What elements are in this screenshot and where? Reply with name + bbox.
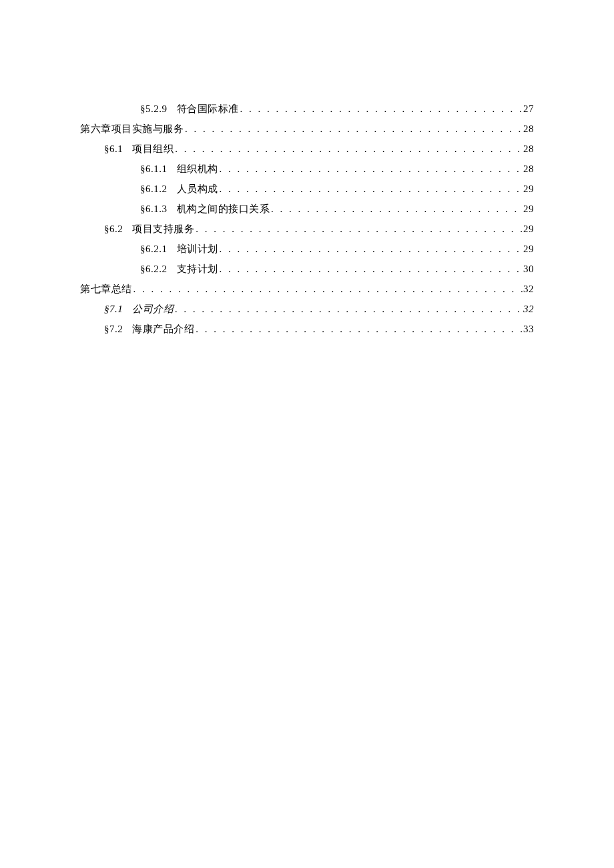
toc-prefix: §7.1 bbox=[104, 299, 123, 319]
toc-prefix: §6.2 bbox=[104, 219, 123, 239]
toc-entry: §6.1项目组织 28 bbox=[80, 139, 534, 159]
toc-page-number: 29 bbox=[523, 199, 534, 219]
toc-label: §5.2.9符合国际标准 bbox=[140, 99, 239, 119]
toc-leader-dots bbox=[194, 319, 523, 339]
toc-title: 人员构成 bbox=[177, 183, 218, 194]
toc-title: 项目支持服务 bbox=[132, 224, 194, 234]
toc-leader-dots bbox=[218, 159, 524, 179]
toc-page: §5.2.9符合国际标准 27 第六章项目实施与服务 28 §6.1项目组织 2… bbox=[0, 0, 614, 339]
toc-entry: §6.2项目支持服务 29 bbox=[80, 219, 534, 239]
toc-leader-dots bbox=[132, 279, 524, 299]
toc-title: 第七章总结 bbox=[80, 284, 132, 294]
toc-page-number: 32 bbox=[523, 279, 534, 299]
toc-prefix: §6.1.3 bbox=[140, 199, 168, 219]
toc-page-number: 29 bbox=[523, 239, 534, 259]
toc-entry: 第六章项目实施与服务 28 bbox=[80, 119, 534, 139]
toc-title: 第六章项目实施与服务 bbox=[80, 123, 184, 134]
toc-leader-dots bbox=[174, 139, 523, 159]
toc-entry: §5.2.9符合国际标准 27 bbox=[80, 99, 534, 119]
toc-entry: §6.1.3机构之间的接口关系 29 bbox=[80, 199, 534, 219]
toc-leader-dots bbox=[194, 219, 523, 239]
toc-label: 第七章总结 bbox=[80, 279, 132, 299]
toc-leader-dots bbox=[174, 299, 523, 319]
toc-page-number: 28 bbox=[523, 159, 534, 179]
toc-label: §6.2.2支持计划 bbox=[140, 259, 218, 279]
toc-title: 组织机构 bbox=[177, 163, 218, 174]
toc-title: 符合国际标准 bbox=[177, 103, 239, 114]
toc-title: 支持计划 bbox=[177, 264, 218, 274]
toc-label: §7.1公司介绍 bbox=[104, 299, 174, 319]
toc-page-number: 28 bbox=[523, 139, 534, 159]
toc-entry: §6.2.2支持计划 30 bbox=[80, 259, 534, 279]
toc-page-number: 29 bbox=[523, 219, 534, 239]
toc-leader-dots bbox=[270, 199, 523, 219]
toc-prefix: §6.1.2 bbox=[140, 179, 168, 199]
toc-label: §7.2海康产品介绍 bbox=[104, 319, 194, 339]
toc-label: §6.1.1组织机构 bbox=[140, 159, 218, 179]
toc-label: §6.1.3机构之间的接口关系 bbox=[140, 199, 270, 219]
toc-title: 海康产品介绍 bbox=[132, 324, 194, 334]
toc-leader-dots bbox=[184, 119, 523, 139]
toc-leader-dots bbox=[239, 99, 524, 119]
toc-title: 公司介绍 bbox=[132, 304, 174, 314]
toc-prefix: §7.2 bbox=[104, 319, 123, 339]
toc-page-number: 32 bbox=[523, 299, 534, 319]
toc-prefix: §6.2.2 bbox=[140, 259, 168, 279]
toc-page-number: 28 bbox=[523, 119, 534, 139]
toc-title: 项目组织 bbox=[132, 143, 174, 154]
toc-page-number: 29 bbox=[523, 179, 534, 199]
toc-label: §6.1.2人员构成 bbox=[140, 179, 218, 199]
toc-title: 培训计划 bbox=[177, 244, 218, 254]
toc-prefix: §5.2.9 bbox=[140, 99, 168, 119]
toc-entry: §6.1.1组织机构 28 bbox=[80, 159, 534, 179]
toc-label: §6.2项目支持服务 bbox=[104, 219, 194, 239]
toc-entry: §7.1公司介绍 32 bbox=[80, 299, 534, 319]
toc-label: §6.1项目组织 bbox=[104, 139, 174, 159]
toc-entry: §7.2海康产品介绍 33 bbox=[80, 319, 534, 339]
toc-prefix: §6.1.1 bbox=[140, 159, 168, 179]
toc-page-number: 27 bbox=[523, 99, 534, 119]
toc-title: 机构之间的接口关系 bbox=[177, 203, 270, 214]
toc-page-number: 30 bbox=[523, 259, 534, 279]
toc-entry: 第七章总结 32 bbox=[80, 279, 534, 299]
toc-label: §6.2.1培训计划 bbox=[140, 239, 218, 259]
toc-entry: §6.1.2人员构成 29 bbox=[80, 179, 534, 199]
toc-prefix: §6.2.1 bbox=[140, 239, 168, 259]
toc-leader-dots bbox=[218, 239, 524, 259]
toc-label: 第六章项目实施与服务 bbox=[80, 119, 184, 139]
toc-entry: §6.2.1培训计划 29 bbox=[80, 239, 534, 259]
toc-leader-dots bbox=[218, 259, 524, 279]
toc-prefix: §6.1 bbox=[104, 139, 123, 159]
toc-page-number: 33 bbox=[523, 319, 534, 339]
toc-leader-dots bbox=[218, 179, 524, 199]
